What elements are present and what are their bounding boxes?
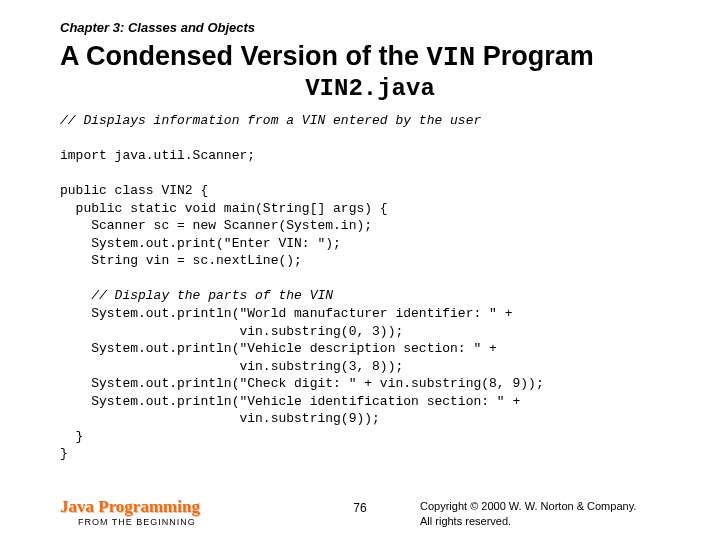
code-line: String vin = sc.nextLine(); bbox=[60, 253, 302, 268]
code-line: System.out.print("Enter VIN: "); bbox=[60, 236, 341, 251]
copyright: Copyright © 2000 W. W. Norton & Company.… bbox=[420, 497, 680, 528]
brand-block: Java Programming FROM THE BEGINNING bbox=[60, 497, 300, 527]
book-brand: Java Programming bbox=[60, 497, 300, 517]
code-line: System.out.println("Check digit: " + vin… bbox=[60, 376, 544, 391]
code-line: import java.util.Scanner; bbox=[60, 148, 255, 163]
code-line: vin.substring(9)); bbox=[60, 411, 380, 426]
code-line: } bbox=[60, 429, 83, 444]
code-line: public static void main(String[] args) { bbox=[60, 201, 388, 216]
page-number: 76 bbox=[330, 497, 390, 515]
code-line: public class VIN2 { bbox=[60, 183, 208, 198]
copyright-line: Copyright © 2000 W. W. Norton & Company. bbox=[420, 499, 680, 513]
chapter-label: Chapter 3: Classes and Objects bbox=[60, 20, 680, 35]
code-comment: // Display the parts of the VIN bbox=[60, 288, 333, 303]
code-line: System.out.println("World manufacturer i… bbox=[60, 306, 512, 321]
slide-title: A Condensed Version of the VIN Program bbox=[60, 41, 680, 73]
code-line: } bbox=[60, 446, 68, 461]
code-line: vin.substring(0, 3)); bbox=[60, 324, 403, 339]
copyright-line: All rights reserved. bbox=[420, 514, 680, 528]
title-post: Program bbox=[475, 41, 594, 71]
book-subtitle: FROM THE BEGINNING bbox=[78, 517, 300, 527]
code-line: Scanner sc = new Scanner(System.in); bbox=[60, 218, 372, 233]
code-comment: // Displays information from a VIN enter… bbox=[60, 113, 481, 128]
title-pre: A Condensed Version of the bbox=[60, 41, 427, 71]
code-line: System.out.println("Vehicle identificati… bbox=[60, 394, 520, 409]
code-line: System.out.println("Vehicle description … bbox=[60, 341, 497, 356]
code-line: vin.substring(3, 8)); bbox=[60, 359, 403, 374]
filename-subtitle: VIN2.java bbox=[60, 75, 680, 102]
title-mono: VIN bbox=[427, 43, 476, 73]
footer: Java Programming FROM THE BEGINNING 76 C… bbox=[0, 497, 720, 528]
code-block: // Displays information from a VIN enter… bbox=[60, 112, 680, 463]
